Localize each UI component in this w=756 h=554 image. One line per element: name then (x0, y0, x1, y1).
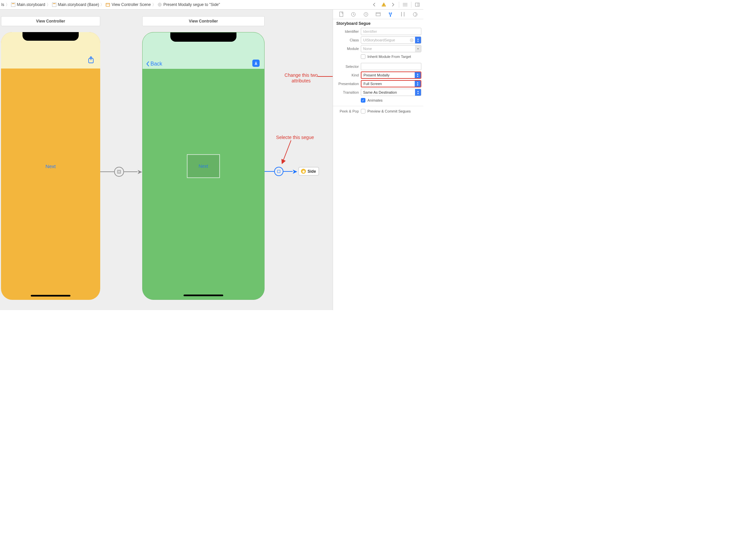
scene-view-controller-left[interactable]: View Controller Next (1, 16, 100, 300)
scene-title[interactable]: View Controller (142, 16, 265, 26)
transition-select[interactable]: Same As Destination ▲▼ (361, 89, 421, 96)
kind-value: Present Modally (364, 73, 390, 77)
peek-pop-checkbox[interactable] (361, 109, 365, 113)
row-transition: Transition Same As Destination ▲▼ (333, 88, 423, 97)
next-label: Next (199, 164, 208, 169)
issues-button[interactable] (380, 1, 388, 9)
scene-view-controller-mid[interactable]: View Controller Back Next (142, 16, 265, 300)
storyboard-file-icon (11, 2, 15, 7)
size-inspector-tab[interactable] (399, 11, 406, 18)
stepper-icon[interactable]: ▼ (415, 45, 421, 52)
crumb-label: Main.storyboard (17, 2, 45, 7)
storyboard-reference-icon: ◉ (301, 169, 306, 174)
row-peek-pop: Peek & Pop Preview & Commit Segues (333, 108, 423, 114)
storyboard-canvas[interactable]: View Controller Next ➤ (0, 10, 333, 310)
segue-connector-gray[interactable]: ➤ (100, 167, 142, 177)
stepper-icon[interactable]: ▲▼ (415, 89, 421, 96)
crumb-label: ls (1, 2, 4, 7)
outline-view-button[interactable] (401, 1, 409, 9)
toolbar-right (370, 1, 423, 9)
class-select[interactable]: UIStoryboardSegue ◎ ▲▼ (361, 37, 421, 44)
device-notch (170, 33, 237, 42)
help-inspector-tab[interactable]: ? (362, 11, 369, 18)
row-presentation: Presentation Full Screen ▲▼ (333, 79, 423, 88)
identifier-label: Identifier (333, 30, 359, 34)
scene-icon (106, 2, 110, 7)
annotation-arrow-1 (317, 73, 333, 79)
stepper-icon[interactable]: ▲▼ (415, 37, 421, 43)
crumb-item[interactable]: Present Modally segue to "Side" (158, 2, 220, 7)
file-inspector-tab[interactable] (338, 11, 345, 18)
share-icon[interactable] (88, 56, 94, 65)
transition-label: Transition (333, 90, 359, 94)
chevron-left-icon (146, 61, 150, 67)
download-icon[interactable] (252, 60, 260, 67)
selector-input[interactable] (361, 63, 421, 70)
history-inspector-tab[interactable] (350, 11, 357, 18)
stepper-icon[interactable]: ▲▼ (415, 72, 421, 78)
chevron-right-icon: 〉 (100, 2, 104, 8)
nav-forward-button[interactable] (389, 1, 397, 9)
storyboard-base-icon (52, 2, 57, 7)
class-value: UIStoryboardSegue (363, 38, 395, 42)
svg-rect-7 (159, 4, 161, 5)
connections-inspector-tab[interactable] (412, 11, 419, 18)
container-view[interactable]: Next (187, 154, 220, 178)
chevron-right-icon: 〉 (6, 2, 10, 8)
navigate-icon[interactable]: ◎ (409, 38, 414, 42)
breadcrumb[interactable]: ls 〉 Main.storyboard 〉 Main.storyboard (… (0, 2, 370, 8)
annotation-change-attrs: Change this two attributes (280, 72, 322, 84)
presentation-label: Presentation (333, 82, 359, 86)
divider (333, 106, 423, 106)
svg-text:?: ? (365, 13, 367, 16)
segue-connector-selected[interactable]: ➤ (265, 167, 298, 176)
inherit-checkbox[interactable] (361, 54, 365, 59)
row-animates[interactable]: ✓ Animates (333, 97, 423, 104)
identity-inspector-tab[interactable] (374, 11, 382, 18)
arrow-right-icon: ➤ (137, 168, 142, 176)
device-frame-left[interactable]: Next (1, 32, 100, 300)
back-label: Back (150, 61, 163, 67)
crumb-item[interactable]: Main.storyboard (11, 2, 45, 7)
stepper-icon[interactable]: ▲▼ (415, 81, 421, 87)
device-frame-mid[interactable]: Back Next (142, 32, 265, 300)
selector-label: Selector (333, 64, 359, 68)
crumb-item[interactable]: Main.storyboard (Base) (52, 2, 99, 7)
svg-rect-24 (340, 12, 343, 16)
scene-title-label: View Controller (36, 19, 65, 23)
kind-select[interactable]: Present Modally ▲▼ (361, 71, 421, 79)
inspector-panel: ? Storyboard Segue Identifier Class UISt… (333, 10, 423, 310)
scene-title[interactable]: View Controller (1, 16, 100, 26)
chevron-right-icon: 〉 (47, 2, 51, 8)
adjust-editor-button[interactable] (414, 1, 421, 9)
scene-title-label: View Controller (189, 19, 218, 23)
next-button[interactable]: Next (46, 163, 56, 169)
crumb-label: Main.storyboard (Base) (58, 2, 99, 7)
attributes-inspector-tab[interactable] (387, 11, 394, 18)
presentation-select[interactable]: Full Screen ▲▼ (361, 80, 421, 88)
scene-reference-side[interactable]: ◉ Side (299, 167, 319, 175)
module-select[interactable]: None ▼ (361, 45, 421, 52)
animates-checkbox[interactable]: ✓ (361, 98, 365, 103)
crumb-item[interactable]: ls (1, 2, 4, 7)
crumb-label: View Controller Scene (112, 2, 151, 7)
nav-back-button[interactable] (370, 1, 378, 9)
svg-rect-17 (118, 171, 120, 173)
chevron-right-icon: 〉 (152, 2, 156, 8)
module-label: Module (333, 47, 359, 51)
svg-rect-2 (52, 3, 56, 7)
back-button[interactable]: Back (146, 61, 163, 67)
separator (411, 2, 412, 8)
inspector-tabs: ? (333, 10, 423, 19)
crumb-label: Present Modally segue to "Side" (164, 2, 220, 7)
svg-rect-13 (416, 3, 419, 6)
crumb-item[interactable]: View Controller Scene (106, 2, 151, 7)
home-indicator (184, 294, 223, 296)
separator (399, 2, 399, 8)
segue-node-icon (114, 167, 124, 177)
row-inherit[interactable]: Inherit Module From Target (333, 53, 423, 60)
annotation-text: Change this two attributes (285, 72, 317, 84)
identifier-input[interactable] (361, 28, 421, 35)
transition-value: Same As Destination (363, 90, 397, 94)
section-title-label: Storyboard Segue (336, 21, 370, 26)
